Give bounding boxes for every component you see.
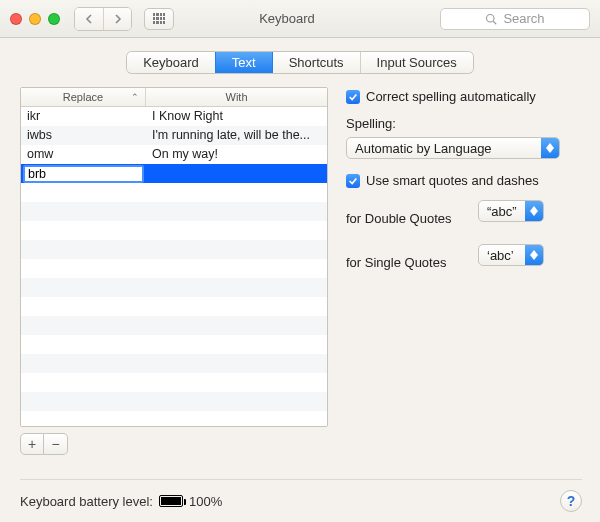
column-header-with[interactable]: With [146, 88, 327, 106]
table-buttons: + − [20, 433, 328, 455]
bottom-bar: Keyboard battery level: 100% ? [20, 479, 582, 512]
cell-with: I Know Right [146, 107, 327, 126]
close-window-button[interactable] [10, 13, 22, 25]
minimize-window-button[interactable] [29, 13, 41, 25]
search-placeholder: Search [503, 11, 544, 26]
table-row-empty [21, 183, 327, 202]
battery-label: Keyboard battery level: [20, 494, 153, 509]
table-row-empty [21, 316, 327, 335]
table-body: ikr I Know Right iwbs I'm running late, … [21, 107, 327, 426]
double-quotes-popup[interactable]: “abc” [478, 200, 544, 222]
svg-point-0 [487, 14, 495, 22]
traffic-lights [10, 13, 60, 25]
table-row[interactable]: iwbs I'm running late, will be the... [21, 126, 327, 145]
table-row-empty [21, 373, 327, 392]
table-header: Replace ⌃ With [21, 88, 327, 107]
window-titlebar: Keyboard Search [0, 0, 600, 38]
tab-shortcuts[interactable]: Shortcuts [272, 52, 360, 73]
table-row-empty [21, 392, 327, 411]
table-row-empty [21, 240, 327, 259]
cell-with: On my way! [146, 145, 327, 164]
table-row-empty [21, 297, 327, 316]
cell-replace: iwbs [21, 126, 146, 145]
popup-arrows-icon [541, 138, 559, 158]
chevron-right-icon [113, 14, 123, 24]
battery-icon [159, 495, 183, 507]
replacements-section: Replace ⌃ With ikr I Know Right iwbs I'm… [20, 87, 328, 455]
double-quotes-value: “abc” [479, 204, 525, 219]
nav-back-forward [74, 7, 132, 31]
tab-text[interactable]: Text [215, 52, 272, 73]
checkbox-checked-icon [346, 90, 360, 104]
tab-keyboard[interactable]: Keyboard [127, 52, 215, 73]
double-quotes-label: for Double Quotes [346, 211, 468, 226]
edit-input[interactable]: brb [23, 165, 144, 183]
checkbox-checked-icon [346, 174, 360, 188]
remove-button[interactable]: − [44, 433, 68, 455]
column-header-replace[interactable]: Replace ⌃ [21, 88, 146, 106]
replacements-table[interactable]: Replace ⌃ With ikr I Know Right iwbs I'm… [20, 87, 328, 427]
search-field[interactable]: Search [440, 8, 590, 30]
spelling-popup-value: Automatic by Language [347, 141, 541, 156]
options-panel: Correct spelling automatically Spelling:… [346, 87, 580, 288]
table-row-empty [21, 278, 327, 297]
table-row-empty [21, 335, 327, 354]
single-quotes-value: ‘abc’ [479, 248, 525, 263]
main-area: Replace ⌃ With ikr I Know Right iwbs I'm… [20, 87, 580, 455]
correct-spelling-label: Correct spelling automatically [366, 89, 536, 104]
spelling-heading: Spelling: [346, 116, 580, 131]
tab-segmented-control: Keyboard Text Shortcuts Input Sources [127, 52, 473, 73]
popup-arrows-icon [525, 201, 543, 221]
window-title: Keyboard [142, 11, 432, 26]
table-row-empty [21, 202, 327, 221]
battery-percent: 100% [189, 494, 222, 509]
svg-marker-5 [530, 211, 538, 216]
cell-replace-editing[interactable]: brb [21, 164, 146, 183]
help-button[interactable]: ? [560, 490, 582, 512]
cell-with [146, 164, 327, 183]
table-row[interactable]: ikr I Know Right [21, 107, 327, 126]
tab-input-sources[interactable]: Input Sources [360, 52, 473, 73]
table-row-empty [21, 411, 327, 426]
table-row-selected[interactable]: brb [21, 164, 327, 183]
zoom-window-button[interactable] [48, 13, 60, 25]
table-row[interactable]: omw On my way! [21, 145, 327, 164]
cell-replace: ikr [21, 107, 146, 126]
forward-button[interactable] [103, 8, 131, 30]
table-row-empty [21, 259, 327, 278]
single-quotes-popup[interactable]: ‘abc’ [478, 244, 544, 266]
svg-marker-7 [530, 255, 538, 260]
pane-content: Keyboard Text Shortcuts Input Sources Re… [0, 38, 600, 522]
cell-with: I'm running late, will be the... [146, 126, 327, 145]
search-icon [485, 13, 497, 25]
table-row-empty [21, 221, 327, 240]
add-button[interactable]: + [20, 433, 44, 455]
sort-indicator-icon: ⌃ [131, 92, 139, 102]
single-quotes-row: for Single Quotes ‘abc’ [346, 244, 580, 280]
svg-line-1 [494, 21, 497, 24]
battery-status: Keyboard battery level: 100% [20, 494, 222, 509]
svg-marker-3 [546, 148, 554, 153]
single-quotes-label: for Single Quotes [346, 255, 468, 270]
chevron-left-icon [84, 14, 94, 24]
table-row-empty [21, 354, 327, 373]
smart-quotes-option[interactable]: Use smart quotes and dashes [346, 173, 580, 188]
tab-bar: Keyboard Text Shortcuts Input Sources [20, 52, 580, 73]
cell-replace: omw [21, 145, 146, 164]
correct-spelling-option[interactable]: Correct spelling automatically [346, 89, 580, 104]
smart-quotes-label: Use smart quotes and dashes [366, 173, 539, 188]
popup-arrows-icon [525, 245, 543, 265]
spelling-popup[interactable]: Automatic by Language [346, 137, 560, 159]
double-quotes-row: for Double Quotes “abc” [346, 200, 580, 236]
back-button[interactable] [75, 8, 103, 30]
